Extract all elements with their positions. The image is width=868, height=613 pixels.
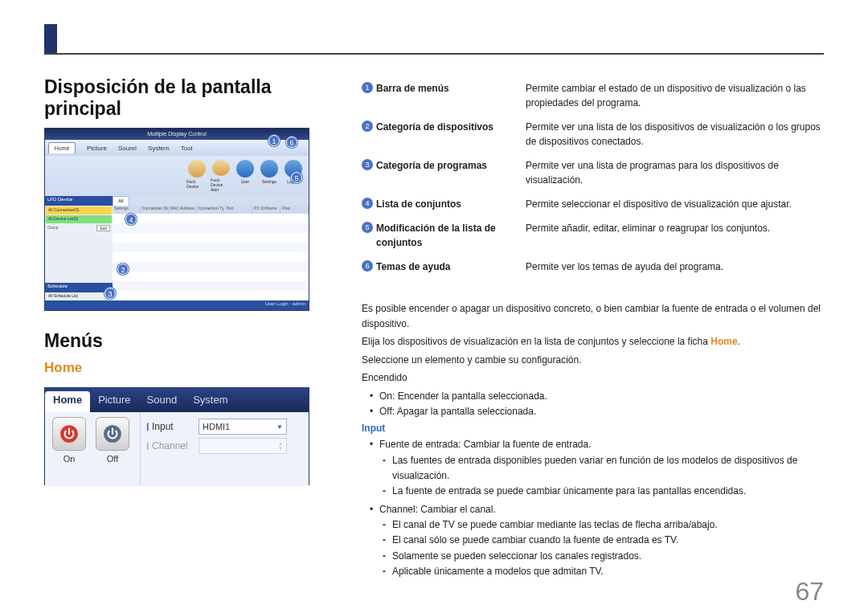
grid-tab-all[interactable]: All [113, 196, 129, 206]
settings-icon[interactable]: Settings [259, 160, 280, 192]
power-icon [59, 423, 80, 444]
channel-label: Channel [152, 440, 199, 452]
callout-6: 6 [286, 137, 297, 148]
bullet-on: On: Encender la pantalla seleccionada. [362, 389, 824, 404]
power-off-button[interactable] [96, 417, 129, 451]
callout-5: 5 [291, 172, 302, 183]
input-label: Input [152, 421, 199, 432]
legend-table: 1Barra de menúsPermite cambiar el estado… [362, 76, 824, 279]
dash-ch-4: Aplicable únicamente a modelos que admit… [362, 564, 824, 579]
tab-home[interactable]: Home [48, 142, 76, 153]
subheading-home: Home [44, 360, 309, 376]
dash-ch-2: El canal sólo se puede cambiar cuando la… [362, 533, 824, 548]
ribbon: Fault Device Fault Device Alert User Set… [45, 156, 309, 196]
intro-para-3: Seleccione un elemento y cambie su confi… [362, 353, 824, 368]
page-number: 67 [795, 577, 824, 607]
dash-ch-3: Solamente se pueden seleccionar los cana… [362, 549, 824, 564]
grid-body[interactable] [113, 214, 309, 300]
bullet-off: Off: Apagar la pantalla seleccionada. [362, 404, 824, 419]
bullet-channel: Channel: Cambiar el canal. [362, 502, 824, 517]
side-group-label: Group [47, 225, 59, 231]
on-label: On [63, 454, 76, 464]
home-tab-home[interactable]: Home [45, 391, 90, 412]
header-rule [44, 53, 824, 55]
heading-menus: Menús [44, 330, 309, 352]
home-tabs-bar: Home Picture Sound System [45, 388, 309, 412]
side-edit-button[interactable]: Edit [96, 225, 110, 231]
status-bar: User Login : admin [45, 300, 309, 310]
side-all-connection[interactable]: All Connection(0) [46, 206, 112, 215]
callout-2: 2 [117, 264, 129, 275]
intro-para-1: Es posible encender o apagar un disposit… [362, 301, 824, 331]
callout-1: 1 [268, 135, 280, 146]
channel-select[interactable]: ▲▼ [199, 438, 287, 454]
callout-4: 4 [125, 214, 137, 225]
tab-system[interactable]: System [148, 145, 170, 152]
off-label: Off [107, 454, 118, 464]
side-header-schedule[interactable]: Schedule [45, 283, 113, 292]
intro-para-2: Elija los dispositivos de visualización … [362, 334, 824, 349]
home-tab-sound[interactable]: Sound [139, 388, 186, 412]
power-on-button[interactable] [52, 417, 86, 451]
side-panel: LFD Device All Connection(0) All Device … [45, 196, 113, 300]
dash-input-2: La fuente de entrada se puede cambiar ún… [362, 484, 824, 499]
side-all-device[interactable]: All Device List(0) [46, 215, 112, 223]
heading-layout: Disposición de la pantalla principal [44, 76, 309, 120]
input-heading: Input [362, 423, 824, 434]
app-screenshot-main: Multiple Display Control Home Picture So… [44, 128, 309, 311]
home-menu-screenshot: Home Picture Sound System On [44, 387, 309, 485]
dash-input-1: Las fuentes de entrada disponibles puede… [362, 453, 824, 484]
chevron-down-icon: ▼ [276, 423, 283, 431]
callout-3: 3 [104, 288, 116, 299]
header-accent [44, 24, 57, 55]
power-icon [102, 423, 123, 444]
dash-ch-1: El canal de TV se puede cambiar mediante… [362, 517, 824, 533]
grid-panel: All SettingsConnection Status MAC Addres… [113, 196, 309, 300]
fault-device-alert-icon[interactable]: Fault Device Alert [211, 160, 231, 192]
tab-sound[interactable]: Sound [118, 145, 137, 152]
tab-picture[interactable]: Picture [87, 145, 107, 152]
encendido-label: Encendido [362, 370, 824, 386]
side-schedule-list[interactable]: All Schedule List [46, 292, 112, 300]
bullet-input: Fuente de entrada: Cambiar la fuente de … [362, 437, 824, 452]
input-select[interactable]: HDMI1 ▼ [199, 419, 287, 435]
grid-header: SettingsConnection Status MAC AddressCon… [113, 206, 309, 214]
fault-device-icon[interactable]: Fault Device [186, 160, 207, 192]
home-tab-system[interactable]: System [185, 388, 235, 412]
side-header-lfd[interactable]: LFD Device [45, 196, 113, 206]
home-tab-picture[interactable]: Picture [90, 388, 138, 412]
user-icon[interactable]: User [235, 160, 256, 192]
tab-tool[interactable]: Tool [181, 145, 193, 152]
